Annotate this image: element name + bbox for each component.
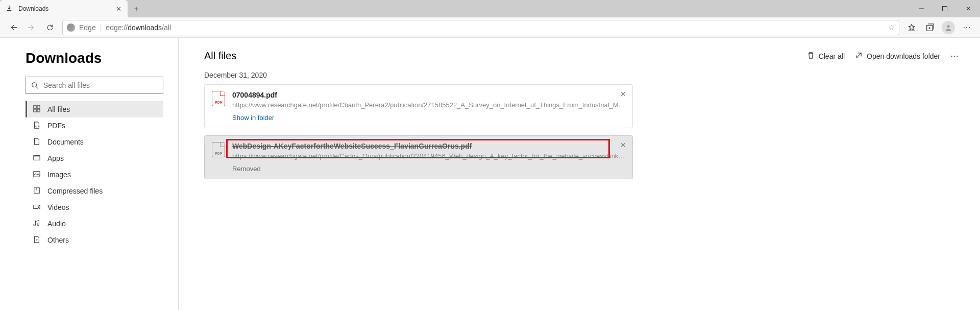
category-apps[interactable]: Apps: [26, 150, 163, 166]
svg-text:PDF: PDF: [35, 125, 40, 127]
minimize-button[interactable]: [910, 0, 933, 17]
category-pdfs[interactable]: PDF PDFs: [26, 117, 163, 134]
close-window-button[interactable]: ✕: [957, 0, 980, 17]
collections-icon[interactable]: [921, 19, 939, 36]
download-icon: [5, 5, 13, 13]
image-icon: [32, 171, 41, 179]
category-videos[interactable]: Videos: [26, 199, 163, 216]
menu-button[interactable]: ⋯: [958, 19, 976, 36]
svg-point-4: [947, 25, 949, 28]
date-group-label: December 31, 2020: [204, 71, 960, 79]
address-bar[interactable]: Edge | edge://downloads/all ☆: [62, 20, 899, 35]
open-folder-button[interactable]: Open downloads folder: [855, 52, 940, 61]
download-url: https://www.researchgate.net/profile/Cha…: [232, 101, 625, 109]
toolbar-right: ⋯: [902, 19, 976, 36]
new-tab-button[interactable]: ＋: [128, 0, 145, 17]
category-label: Compressed files: [47, 187, 103, 195]
pdf-icon: PDF: [32, 122, 41, 130]
download-filename: WebDesign-AKeyFactorfortheWebsiteSuccess…: [232, 142, 625, 150]
pdf-file-icon: PDF: [212, 91, 225, 106]
svg-rect-7: [34, 105, 36, 108]
download-filename[interactable]: 07004894.pdf: [232, 91, 625, 99]
svg-rect-9: [34, 109, 36, 111]
svg-line-6: [36, 87, 38, 89]
maximize-button[interactable]: [933, 0, 957, 17]
document-icon: [32, 138, 41, 147]
category-others[interactable]: ? Others: [26, 232, 163, 248]
remove-download-button[interactable]: ✕: [620, 141, 626, 149]
profile-button[interactable]: [939, 19, 958, 36]
search-input[interactable]: [43, 81, 158, 89]
search-icon: [31, 82, 38, 89]
zip-icon: [32, 187, 41, 196]
download-status: Removed: [232, 165, 625, 173]
clear-all-button[interactable]: Clear all: [807, 52, 845, 61]
tab-close-button[interactable]: ✕: [114, 5, 122, 13]
main-header: All files Clear all Open downloads folde…: [204, 50, 960, 62]
browser-tab[interactable]: Downloads ✕: [0, 0, 128, 17]
browser-toolbar: Edge | edge://downloads/all ☆ ⋯: [0, 17, 980, 38]
category-label: Images: [47, 171, 71, 179]
main-title: All files: [204, 50, 797, 62]
window-titlebar: Downloads ✕ ＋ ✕: [0, 0, 980, 17]
download-url: https://www.researchgate.net/profile/Car…: [232, 152, 625, 160]
refresh-button[interactable]: [41, 19, 59, 36]
address-separator: |: [100, 23, 102, 32]
category-list: All files PDF PDFs Documents Apps Images…: [26, 101, 163, 248]
search-box[interactable]: [26, 77, 163, 94]
video-icon: [32, 203, 41, 212]
back-button[interactable]: [4, 19, 22, 36]
category-all-files[interactable]: All files: [26, 101, 163, 117]
svg-point-5: [32, 83, 37, 87]
download-item-body: WebDesign-AKeyFactorfortheWebsiteSuccess…: [232, 142, 625, 173]
trash-icon: [807, 52, 815, 61]
category-images[interactable]: Images: [26, 166, 163, 183]
address-url-suffix: /all: [162, 23, 171, 32]
category-audio[interactable]: Audio: [26, 216, 163, 232]
svg-text:?: ?: [36, 237, 38, 241]
grid-icon: [32, 105, 41, 114]
category-label: Others: [47, 236, 69, 244]
downloads-main: All files Clear all Open downloads folde…: [179, 38, 980, 310]
forward-button: [22, 19, 41, 36]
pdf-file-icon: PDF: [212, 142, 225, 157]
svg-rect-10: [37, 109, 40, 111]
audio-icon: [32, 220, 41, 228]
category-label: Documents: [47, 138, 84, 146]
downloads-sidebar: Downloads All files PDF PDFs Documents A…: [0, 38, 179, 310]
more-options-button[interactable]: ⋯: [950, 51, 960, 61]
category-documents[interactable]: Documents: [26, 134, 163, 150]
category-label: Apps: [47, 154, 64, 162]
download-item: PDF 07004894.pdf https://www.researchgat…: [204, 84, 633, 128]
sidebar-title: Downloads: [26, 50, 164, 66]
download-item-removed: PDF WebDesign-AKeyFactorfortheWebsiteSuc…: [204, 135, 633, 179]
edge-icon: [67, 23, 75, 32]
svg-rect-1: [943, 7, 947, 11]
category-label: PDFs: [47, 122, 65, 130]
favorites-icon[interactable]: [902, 19, 921, 36]
category-label: Audio: [47, 220, 66, 228]
svg-rect-17: [34, 205, 38, 208]
category-label: Videos: [47, 203, 69, 211]
page-content: Downloads All files PDF PDFs Documents A…: [0, 38, 980, 310]
svg-rect-8: [37, 105, 40, 108]
other-icon: ?: [32, 236, 41, 245]
address-url-highlight: downloads: [128, 23, 162, 32]
category-compressed[interactable]: Compressed files: [26, 183, 163, 199]
apps-icon: [32, 154, 41, 163]
show-in-folder-link[interactable]: Show in folder: [232, 114, 625, 122]
open-folder-label: Open downloads folder: [867, 52, 940, 60]
favorite-star-icon[interactable]: ☆: [888, 23, 895, 32]
address-url-prefix: edge://: [106, 23, 128, 32]
open-folder-icon: [855, 52, 863, 61]
category-label: All files: [47, 105, 70, 113]
tab-title: Downloads: [18, 5, 114, 12]
download-item-body: 07004894.pdf https://www.researchgate.ne…: [232, 91, 625, 122]
clear-all-label: Clear all: [819, 52, 845, 60]
avatar-icon: [942, 21, 955, 34]
svg-rect-12: [34, 155, 40, 160]
remove-download-button[interactable]: ✕: [620, 90, 626, 98]
window-controls: ✕: [910, 0, 980, 17]
svg-rect-14: [34, 171, 40, 177]
address-label: Edge: [79, 23, 96, 32]
